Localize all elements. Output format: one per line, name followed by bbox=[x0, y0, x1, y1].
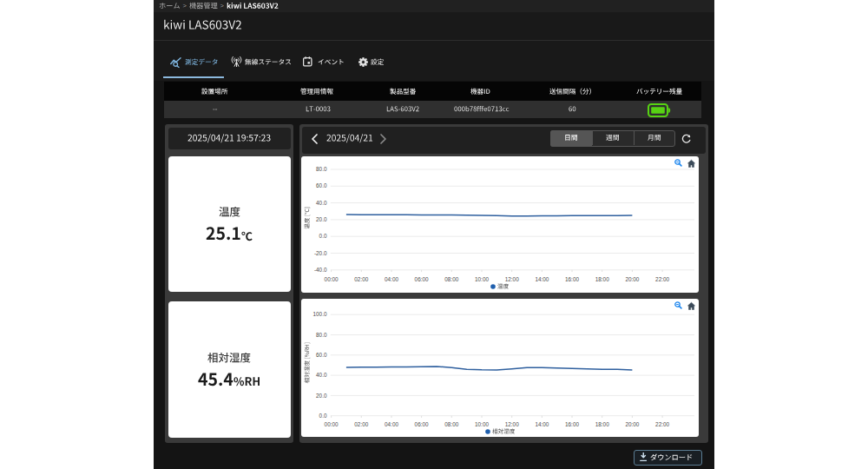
svg-text:18:00: 18:00 bbox=[595, 421, 609, 427]
svg-text:-40.0: -40.0 bbox=[314, 267, 327, 273]
svg-text:14:00: 14:00 bbox=[535, 421, 549, 427]
svg-text:12:00: 12:00 bbox=[505, 276, 519, 282]
svg-text:02:00: 02:00 bbox=[354, 421, 368, 427]
svg-text:08:00: 08:00 bbox=[444, 276, 458, 282]
svg-text:00:00: 00:00 bbox=[325, 421, 339, 427]
svg-text:40.0: 40.0 bbox=[316, 200, 327, 206]
svg-text:16:00: 16:00 bbox=[565, 276, 579, 282]
svg-text:20.0: 20.0 bbox=[316, 392, 327, 398]
svg-text:12:00: 12:00 bbox=[505, 421, 519, 427]
svg-text:80.0: 80.0 bbox=[316, 166, 327, 172]
svg-text:02:00: 02:00 bbox=[354, 276, 368, 282]
svg-text:04:00: 04:00 bbox=[385, 421, 398, 427]
svg-text:40.0: 40.0 bbox=[316, 372, 327, 378]
svg-text:0.0: 0.0 bbox=[319, 233, 327, 239]
svg-text:10:00: 10:00 bbox=[475, 421, 489, 427]
svg-text:10:00: 10:00 bbox=[475, 276, 489, 282]
svg-text:-20.0: -20.0 bbox=[314, 250, 327, 256]
svg-text:20.0: 20.0 bbox=[316, 216, 327, 222]
svg-text:60.0: 60.0 bbox=[316, 351, 327, 357]
svg-text:100.0: 100.0 bbox=[313, 311, 327, 317]
svg-text:20:00: 20:00 bbox=[625, 421, 639, 427]
svg-text:06:00: 06:00 bbox=[415, 421, 429, 427]
svg-text:20:00: 20:00 bbox=[625, 276, 639, 282]
svg-text:14:00: 14:00 bbox=[535, 276, 549, 282]
svg-text:16:00: 16:00 bbox=[565, 421, 579, 427]
svg-text:18:00: 18:00 bbox=[595, 276, 609, 282]
svg-text:22:00: 22:00 bbox=[655, 421, 669, 427]
svg-text:00:00: 00:00 bbox=[325, 276, 339, 282]
svg-text:80.0: 80.0 bbox=[316, 331, 327, 337]
svg-text:22:00: 22:00 bbox=[655, 276, 669, 282]
svg-text:60.0: 60.0 bbox=[316, 182, 327, 188]
svg-text:04:00: 04:00 bbox=[385, 276, 398, 282]
svg-text:08:00: 08:00 bbox=[444, 421, 458, 427]
svg-text:0.0: 0.0 bbox=[319, 412, 327, 418]
svg-text:06:00: 06:00 bbox=[415, 276, 429, 282]
